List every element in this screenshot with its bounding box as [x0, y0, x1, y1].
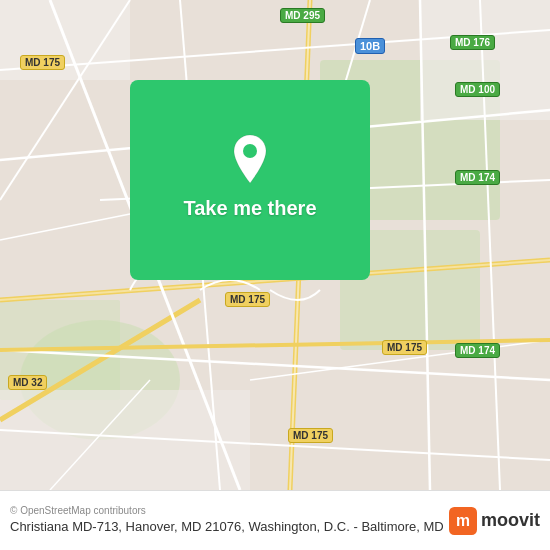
- road-label-md175c: MD 175: [382, 340, 427, 355]
- copyright-text: © OpenStreetMap contributors: [10, 505, 449, 516]
- road-label-10b: 10B: [355, 38, 385, 54]
- footer-left: © OpenStreetMap contributors Christiana …: [10, 505, 449, 536]
- address-text: Christiana MD-713, Hanover, MD 21076, Wa…: [10, 518, 449, 536]
- road-label-md175d: MD 175: [288, 428, 333, 443]
- road-label-md100: MD 100: [455, 82, 500, 97]
- take-me-there-button[interactable]: Take me there: [171, 193, 328, 224]
- map-container: Take me there MD 295 MD 175 10B MD 176 M…: [0, 0, 550, 490]
- road-label-md174b: MD 174: [455, 343, 500, 358]
- svg-text:m: m: [456, 512, 470, 529]
- moovit-icon: m: [449, 507, 477, 535]
- svg-point-28: [243, 144, 257, 158]
- moovit-label: moovit: [481, 510, 540, 531]
- road-label-md32: MD 32: [8, 375, 47, 390]
- moovit-logo: m moovit: [449, 507, 540, 535]
- road-label-md176: MD 176: [450, 35, 495, 50]
- road-label-md175b: MD 175: [225, 292, 270, 307]
- location-pin: [228, 137, 272, 181]
- road-label-md175a: MD 175: [20, 55, 65, 70]
- road-label-md295: MD 295: [280, 8, 325, 23]
- footer: © OpenStreetMap contributors Christiana …: [0, 490, 550, 550]
- road-label-md174a: MD 174: [455, 170, 500, 185]
- map-overlay: Take me there: [130, 80, 370, 280]
